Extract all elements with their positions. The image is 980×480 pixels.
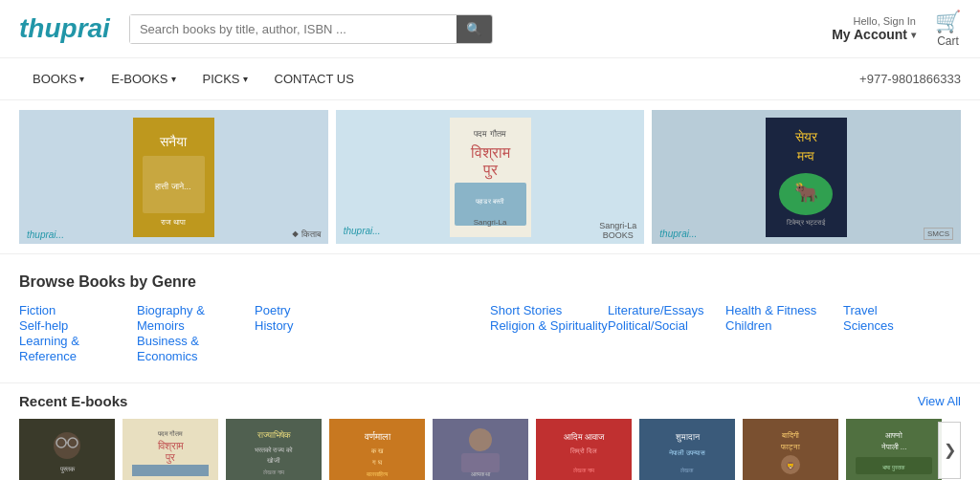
svg-text:ग घ: ग घ	[371, 459, 383, 466]
sangrila-logo: Sangri-LaBOOKS	[599, 221, 636, 240]
nav-item-contact[interactable]: CONTACT US	[261, 58, 368, 99]
genre-biography[interactable]: Biography & Memoirs	[137, 303, 205, 333]
chevron-down-icon: ▾	[911, 30, 916, 40]
genre-selfhelp[interactable]: Self-help	[19, 318, 68, 333]
svg-text:पदम गौतम: पदम गौतम	[473, 128, 506, 139]
svg-text:पुर: पुर	[481, 162, 498, 180]
genre-col-6: Literature/Essays Political/Social	[608, 302, 725, 363]
ebook-thumb-2[interactable]: पदम गौतम विश्राम पुर	[122, 419, 218, 480]
genre-sciences[interactable]: Sciences	[843, 318, 894, 333]
ebook-thumb-5[interactable]: आत्मकथा	[433, 419, 528, 480]
svg-text:शुमादान: शुमादान	[675, 432, 701, 443]
banner-2-logos: thuprai... Sangri-LaBOOKS	[336, 221, 645, 240]
banner-3-logos: thuprai... SMCS	[652, 228, 961, 240]
banner-item-3[interactable]: सेयर मन्व 🐂 टिवेन्द्र भट्टराई thuprai...…	[652, 110, 961, 244]
ebook-thumb-4[interactable]: वर्णमाला क ख ग घ बालसाहित्य	[329, 419, 425, 480]
recent-header: Recent E-books View All	[19, 393, 961, 409]
book-cover-seyar-manav: सेयर मन्व 🐂 टिवेन्द्र भट्टराई	[766, 118, 847, 237]
nav-books-label: BOOKS	[33, 72, 77, 86]
smcs-logo: SMCS	[924, 228, 953, 240]
nav-books-chevron: ▾	[79, 74, 84, 84]
svg-text:टिवेन्द्र भट्टराई: टिवेन्द्र भट्टराई	[786, 218, 826, 227]
account-label: My Account	[832, 27, 907, 42]
svg-text:सेयर: सेयर	[794, 129, 818, 144]
genre-section: Browse Books by Genre Fiction Self-help …	[0, 253, 980, 373]
search-input[interactable]	[130, 15, 457, 43]
genre-religion[interactable]: Religion & Spirituality	[490, 318, 608, 333]
next-arrow-button[interactable]: ❯	[938, 422, 961, 479]
genre-col-5: Short Stories Religion & Spirituality	[490, 302, 608, 363]
svg-text:बालसाहित्य: बालसाहित्य	[366, 470, 389, 477]
cart-icon: 🛒	[935, 10, 961, 34]
ebook-thumb-8[interactable]: बादिगी फाट्ना 🦁	[743, 419, 838, 480]
svg-text:बादिगी: बादिगी	[781, 431, 799, 440]
thuprai-logo-3: thuprai...	[659, 229, 697, 239]
svg-rect-29	[132, 465, 209, 476]
svg-text:पहाड र बस्ती: पहाड र बस्ती	[474, 198, 504, 205]
nav-item-books[interactable]: BOOKS ▾	[19, 58, 98, 99]
svg-text:🦁: 🦁	[786, 461, 795, 470]
genre-children[interactable]: Children	[725, 318, 771, 333]
svg-text:मन्व: मन्व	[796, 149, 815, 164]
banner-item-2[interactable]: पदम गौतम विश्राम पुर पहाड र बस्ती Sangri…	[336, 110, 645, 244]
svg-text:आफ्नो: आफ्नो	[885, 430, 902, 440]
svg-text:फाट्ना: फाट्ना	[780, 443, 800, 451]
cart-section[interactable]: 🛒 Cart	[935, 10, 961, 48]
svg-text:पुस्तक: पुस्तक	[59, 466, 76, 473]
banner-item-1[interactable]: सनैया हात्ती जाने... राज थापा thuprai...…	[19, 110, 328, 244]
genre-col-7: Health & Fitness Children	[725, 302, 843, 363]
search-button[interactable]: 🔍	[457, 15, 492, 43]
nav-ebooks-chevron: ▾	[171, 74, 176, 84]
genre-title: Browse Books by Genre	[19, 273, 961, 291]
svg-text:खोजी: खोजी	[266, 456, 280, 464]
account-link[interactable]: My Account ▾	[832, 27, 916, 42]
svg-text:राज थापा: राज थापा	[160, 218, 186, 227]
ebook-thumb-7[interactable]: शुमादान नेपाली उपन्यास लेखक	[639, 419, 735, 480]
svg-text:भरतको राज्य को: भरतको राज्य को	[255, 446, 294, 453]
thuprai-logo-1: thuprai...	[27, 229, 64, 240]
site-logo[interactable]: thuprai	[19, 13, 110, 44]
svg-text:लेखक नाम: लेखक नाम	[572, 467, 596, 473]
genre-business[interactable]: Business & Economics	[137, 334, 199, 363]
genre-health[interactable]: Health & Fitness	[725, 303, 816, 317]
svg-text:भाषा पुस्तक: भाषा पुस्तक	[882, 465, 905, 471]
svg-text:पदम गौतम: पदम गौतम	[157, 429, 184, 437]
ebooks-row: पुस्तक पदम गौतम विश्राम पुर राज्याभिषेक …	[19, 419, 961, 480]
nav-contact-label: CONTACT US	[275, 72, 354, 86]
kitaab-logo-1: ◆ किताब	[292, 229, 321, 240]
ebook-thumb-9[interactable]: आफ्नो नेपाली ... भाषा पुस्तक	[846, 419, 942, 480]
genre-fiction[interactable]: Fiction	[19, 303, 56, 317]
ebook-thumb-6[interactable]: आदिम आवाज तिम्रो दिल लेखक नाम	[536, 419, 632, 480]
genre-col-8: Travel Sciences	[843, 302, 961, 363]
genre-political[interactable]: Political/Social	[608, 318, 688, 333]
nav-item-picks[interactable]: PICKS ▾	[189, 58, 261, 99]
nav-picks-chevron: ▾	[243, 74, 248, 84]
svg-text:🐂: 🐂	[794, 181, 818, 204]
header-right: Hello, Sign In My Account ▾ 🛒 Cart	[832, 10, 961, 48]
svg-text:क ख: क ख	[370, 447, 384, 454]
book-cover-bisrampur: पदम गौतम विश्राम पुर पहाड र बस्ती Sangri…	[450, 118, 531, 237]
svg-text:तिम्रो दिल: तिम्रो दिल	[569, 447, 597, 455]
genre-literature[interactable]: Literature/Essays	[608, 303, 703, 317]
banner-1-logos: thuprai... ◆ किताब	[19, 229, 328, 240]
hello-text: Hello, Sign In	[854, 15, 916, 27]
svg-point-41	[469, 428, 492, 451]
genre-poetry[interactable]: Poetry	[255, 303, 291, 317]
cart-label: Cart	[937, 34, 959, 48]
svg-text:लेखक: लेखक	[679, 467, 694, 473]
genre-history[interactable]: History	[255, 318, 293, 333]
svg-text:राज्याभिषेक: राज्याभिषेक	[256, 429, 291, 440]
genre-shortstories[interactable]: Short Stories	[490, 303, 562, 317]
nav-item-ebooks[interactable]: E-BOOKS ▾	[98, 58, 189, 99]
ebook-thumb-1[interactable]: पुस्तक	[19, 419, 115, 480]
account-section: Hello, Sign In My Account ▾	[832, 15, 916, 42]
genre-learning[interactable]: Learning & Reference	[19, 334, 79, 363]
genre-col-4	[372, 302, 490, 363]
svg-rect-42	[461, 453, 500, 472]
genre-travel[interactable]: Travel	[843, 303, 878, 317]
genre-col-1: Fiction Self-help Learning & Reference	[19, 302, 137, 363]
recent-title: Recent E-books	[19, 393, 127, 409]
view-all-link[interactable]: View All	[918, 394, 961, 408]
svg-text:नेपाली उपन्यास: नेपाली उपन्यास	[668, 448, 705, 456]
ebook-thumb-3[interactable]: राज्याभिषेक भरतको राज्य को खोजी लेखक नाम	[226, 419, 322, 480]
